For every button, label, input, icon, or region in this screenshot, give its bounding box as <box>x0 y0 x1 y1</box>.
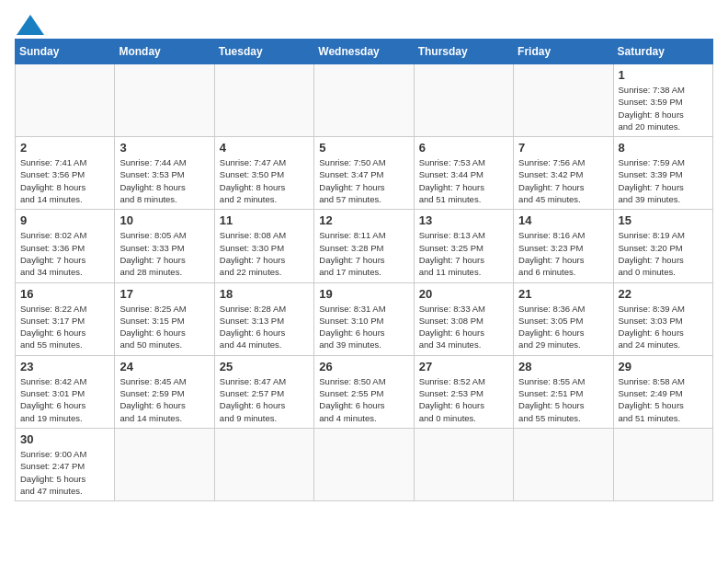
day-info: Sunrise: 8:19 AM Sunset: 3:20 PM Dayligh… <box>619 229 708 278</box>
calendar-cell <box>414 428 513 500</box>
calendar-cell <box>214 428 313 500</box>
calendar-cell: 2Sunrise: 7:41 AM Sunset: 3:56 PM Daylig… <box>16 137 115 210</box>
calendar-cell <box>16 64 115 137</box>
day-info: Sunrise: 8:36 AM Sunset: 3:05 PM Dayligh… <box>518 303 608 351</box>
logo-blue-icon <box>17 15 44 35</box>
day-number: 29 <box>619 360 708 373</box>
calendar-cell: 27Sunrise: 8:52 AM Sunset: 2:53 PM Dayli… <box>414 355 513 428</box>
calendar-cell: 8Sunrise: 7:59 AM Sunset: 3:39 PM Daylig… <box>613 137 712 210</box>
week-row-6: 30Sunrise: 9:00 AM Sunset: 2:47 PM Dayli… <box>16 428 713 500</box>
header-thursday: Thursday <box>414 40 513 64</box>
calendar-cell: 13Sunrise: 8:13 AM Sunset: 3:25 PM Dayli… <box>414 210 513 282</box>
day-info: Sunrise: 8:31 AM Sunset: 3:10 PM Dayligh… <box>319 303 408 351</box>
day-number: 30 <box>20 432 109 446</box>
calendar-cell <box>514 64 613 137</box>
calendar-cell: 24Sunrise: 8:45 AM Sunset: 2:59 PM Dayli… <box>115 355 214 428</box>
day-info: Sunrise: 8:39 AM Sunset: 3:03 PM Dayligh… <box>619 303 708 351</box>
day-number: 7 <box>518 141 608 155</box>
day-number: 15 <box>619 213 708 227</box>
calendar-cell <box>314 64 414 137</box>
day-info: Sunrise: 8:42 AM Sunset: 3:01 PM Dayligh… <box>20 375 109 424</box>
logo <box>15 15 44 31</box>
calendar-cell: 16Sunrise: 8:22 AM Sunset: 3:17 PM Dayli… <box>16 282 115 355</box>
day-info: Sunrise: 9:00 AM Sunset: 2:47 PM Dayligh… <box>20 448 109 497</box>
day-info: Sunrise: 8:28 AM Sunset: 3:13 PM Dayligh… <box>220 303 309 351</box>
calendar-cell: 20Sunrise: 8:33 AM Sunset: 3:08 PM Dayli… <box>414 282 513 355</box>
calendar-cell <box>414 64 513 137</box>
calendar-cell <box>514 428 613 500</box>
calendar-cell <box>613 428 712 500</box>
calendar-cell: 15Sunrise: 8:19 AM Sunset: 3:20 PM Dayli… <box>613 210 712 282</box>
day-info: Sunrise: 7:44 AM Sunset: 3:53 PM Dayligh… <box>119 156 209 205</box>
calendar-cell: 28Sunrise: 8:55 AM Sunset: 2:51 PM Dayli… <box>514 355 613 428</box>
svg-marker-0 <box>17 15 44 35</box>
calendar-cell <box>115 428 214 500</box>
calendar-cell: 18Sunrise: 8:28 AM Sunset: 3:13 PM Dayli… <box>214 282 313 355</box>
day-info: Sunrise: 8:33 AM Sunset: 3:08 PM Dayligh… <box>419 303 508 351</box>
calendar-cell: 23Sunrise: 8:42 AM Sunset: 3:01 PM Dayli… <box>16 355 115 428</box>
day-info: Sunrise: 8:45 AM Sunset: 2:59 PM Dayligh… <box>119 375 209 424</box>
week-row-3: 9Sunrise: 8:02 AM Sunset: 3:36 PM Daylig… <box>16 210 713 282</box>
day-number: 8 <box>619 141 708 155</box>
calendar-cell: 19Sunrise: 8:31 AM Sunset: 3:10 PM Dayli… <box>314 282 414 355</box>
week-row-4: 16Sunrise: 8:22 AM Sunset: 3:17 PM Dayli… <box>16 282 713 355</box>
header-saturday: Saturday <box>613 40 712 64</box>
day-info: Sunrise: 7:50 AM Sunset: 3:47 PM Dayligh… <box>319 156 408 205</box>
week-row-5: 23Sunrise: 8:42 AM Sunset: 3:01 PM Dayli… <box>16 355 713 428</box>
day-number: 28 <box>518 360 608 373</box>
day-info: Sunrise: 8:22 AM Sunset: 3:17 PM Dayligh… <box>20 303 109 351</box>
calendar-table: SundayMondayTuesdayWednesdayThursdayFrid… <box>15 39 713 501</box>
calendar-cell: 11Sunrise: 8:08 AM Sunset: 3:30 PM Dayli… <box>214 210 313 282</box>
calendar-cell: 9Sunrise: 8:02 AM Sunset: 3:36 PM Daylig… <box>16 210 115 282</box>
day-info: Sunrise: 7:56 AM Sunset: 3:42 PM Dayligh… <box>518 156 608 205</box>
day-info: Sunrise: 7:59 AM Sunset: 3:39 PM Dayligh… <box>619 156 708 205</box>
day-info: Sunrise: 8:52 AM Sunset: 2:53 PM Dayligh… <box>419 375 508 424</box>
day-number: 1 <box>619 68 708 82</box>
calendar-cell: 5Sunrise: 7:50 AM Sunset: 3:47 PM Daylig… <box>314 137 414 210</box>
day-number: 14 <box>518 213 608 227</box>
day-number: 9 <box>20 213 109 227</box>
day-info: Sunrise: 7:53 AM Sunset: 3:44 PM Dayligh… <box>419 156 508 205</box>
page-header <box>15 15 713 31</box>
day-number: 17 <box>119 287 209 301</box>
week-row-1: 1Sunrise: 7:38 AM Sunset: 3:59 PM Daylig… <box>16 64 713 137</box>
calendar-cell: 25Sunrise: 8:47 AM Sunset: 2:57 PM Dayli… <box>214 355 313 428</box>
day-number: 16 <box>20 287 109 301</box>
calendar-cell: 4Sunrise: 7:47 AM Sunset: 3:50 PM Daylig… <box>214 137 313 210</box>
day-number: 20 <box>419 287 508 301</box>
calendar-cell: 1Sunrise: 7:38 AM Sunset: 3:59 PM Daylig… <box>613 64 712 137</box>
day-number: 27 <box>419 360 508 373</box>
day-number: 12 <box>319 213 408 227</box>
day-info: Sunrise: 8:08 AM Sunset: 3:30 PM Dayligh… <box>220 229 309 278</box>
calendar-cell: 12Sunrise: 8:11 AM Sunset: 3:28 PM Dayli… <box>314 210 414 282</box>
day-number: 6 <box>419 141 508 155</box>
calendar-cell: 14Sunrise: 8:16 AM Sunset: 3:23 PM Dayli… <box>514 210 613 282</box>
day-info: Sunrise: 8:05 AM Sunset: 3:33 PM Dayligh… <box>119 229 209 278</box>
calendar-cell: 6Sunrise: 7:53 AM Sunset: 3:44 PM Daylig… <box>414 137 513 210</box>
day-info: Sunrise: 8:13 AM Sunset: 3:25 PM Dayligh… <box>419 229 508 278</box>
day-info: Sunrise: 7:41 AM Sunset: 3:56 PM Dayligh… <box>20 156 109 205</box>
day-info: Sunrise: 8:55 AM Sunset: 2:51 PM Dayligh… <box>518 375 608 424</box>
day-info: Sunrise: 7:38 AM Sunset: 3:59 PM Dayligh… <box>619 84 708 132</box>
day-number: 11 <box>220 213 309 227</box>
calendar-cell <box>314 428 414 500</box>
day-info: Sunrise: 8:47 AM Sunset: 2:57 PM Dayligh… <box>220 375 309 424</box>
day-number: 19 <box>319 287 408 301</box>
week-row-2: 2Sunrise: 7:41 AM Sunset: 3:56 PM Daylig… <box>16 137 713 210</box>
day-number: 5 <box>319 141 408 155</box>
header-tuesday: Tuesday <box>214 40 313 64</box>
day-number: 26 <box>319 360 408 373</box>
day-number: 10 <box>119 213 209 227</box>
day-number: 25 <box>220 360 309 373</box>
day-info: Sunrise: 8:25 AM Sunset: 3:15 PM Dayligh… <box>119 303 209 351</box>
day-number: 22 <box>619 287 708 301</box>
day-number: 2 <box>20 141 109 155</box>
day-number: 18 <box>220 287 309 301</box>
day-number: 21 <box>518 287 608 301</box>
calendar-header-row: SundayMondayTuesdayWednesdayThursdayFrid… <box>16 40 713 64</box>
calendar-cell <box>214 64 313 137</box>
calendar-cell: 29Sunrise: 8:58 AM Sunset: 2:49 PM Dayli… <box>613 355 712 428</box>
day-info: Sunrise: 8:02 AM Sunset: 3:36 PM Dayligh… <box>20 229 109 278</box>
day-info: Sunrise: 8:50 AM Sunset: 2:55 PM Dayligh… <box>319 375 408 424</box>
calendar-cell: 21Sunrise: 8:36 AM Sunset: 3:05 PM Dayli… <box>514 282 613 355</box>
